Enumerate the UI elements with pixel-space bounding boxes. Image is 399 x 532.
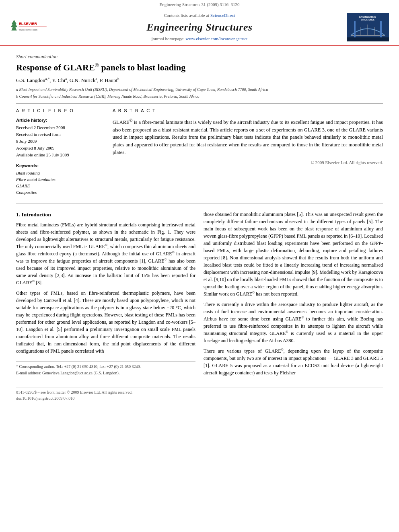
history-label: Article history: (16, 117, 105, 124)
journal-header: ELSEVIER www.elsevier.com Contents lists… (0, 9, 399, 46)
top-bar: Engineering Structures 31 (2009) 3116–31… (0, 0, 399, 9)
svg-text:ELSEVIER: ELSEVIER (19, 22, 37, 26)
journal-title: Engineering Structures (52, 20, 347, 35)
main-article-body: 1. Introduction Fibre-metal laminates (F… (16, 211, 383, 380)
title-sup: © (95, 62, 99, 68)
received-date-1: Received 2 December 2008 (16, 125, 105, 131)
keyword-1: Blast loading (16, 170, 105, 177)
available-online-date: Available online 25 July 2009 (16, 152, 105, 158)
footnote-section: * Corresponding author. Tel.: +27 (0) 21… (16, 361, 195, 376)
svg-text:STRUCTURES: STRUCTURES (361, 18, 375, 21)
intro-section-number: 1. (16, 212, 22, 218)
right-para-1: those obtained for monolithic aluminium … (204, 211, 383, 298)
svg-rect-18 (380, 21, 382, 37)
homepage-link[interactable]: www.elsevier.com/locate/engstruct (186, 36, 248, 41)
footnote-2: E-mail address: Genevieve.Langdon@uct.ac… (16, 370, 195, 376)
keyword-2: Fibre-metal laminates (16, 177, 105, 183)
intro-para-1: Fibre-metal laminates (FMLs) are hybrid … (16, 221, 195, 286)
keywords-section: Keywords: Blast loading Fibre-metal lami… (16, 163, 105, 196)
abstract-column: A B S T R A C T GLARE© is a fibre-metal … (113, 108, 383, 196)
section-divider-2 (16, 203, 383, 203)
right-para-2: There is currently a drive within the ae… (204, 301, 383, 344)
engineering-structures-cover: ENGINEERING STRUCTURES (347, 13, 389, 41)
section-divider (16, 103, 383, 104)
copyright-line: © 2009 Elsevier Ltd. All rights reserved… (113, 160, 383, 166)
footer-text-1: 0141-0296/$ – see front matter © 2009 El… (16, 390, 383, 396)
contents-available-line: Contents lists available at ScienceDirec… (52, 12, 347, 19)
left-main-column: 1. Introduction Fibre-metal laminates (F… (16, 211, 195, 380)
article-info-heading: A R T I C L E I N F O (16, 108, 105, 114)
svg-text:ENGINEERING: ENGINEERING (359, 16, 376, 18)
received-revised-label: Received in revised form (16, 131, 105, 138)
footer-bar: 0141-0296/$ – see front matter © 2009 El… (16, 388, 383, 401)
accepted-date: Accepted 8 July 2009 (16, 145, 105, 152)
footer-text-2: doi:10.1016/j.engstruct.2009.07.010 (16, 396, 383, 402)
footnote-1: * Corresponding author. Tel.: +27 (0) 21… (16, 364, 195, 370)
intro-para-2: Other types of FMLs, based on fibre-rein… (16, 290, 195, 355)
intro-section-title: 1. Introduction (16, 211, 195, 219)
keyword-3: GLARE (16, 183, 105, 189)
journal-citation: Engineering Structures 31 (2009) 3116–31… (160, 2, 240, 7)
keywords-label: Keywords: (16, 163, 105, 169)
info-abstract-section: A R T I C L E I N F O Article history: R… (16, 108, 383, 196)
journal-title-area: Contents lists available at ScienceDirec… (52, 12, 347, 42)
content-wrapper: Short communication Response of GLARE© p… (0, 46, 399, 384)
journal-cover-area: ENGINEERING STRUCTURES (347, 13, 391, 41)
article-title: Response of GLARE© panels to blast loadi… (16, 62, 383, 73)
abstract-text: GLARE© is a fibre-metal laminate that is… (113, 117, 383, 156)
sciencedirect-link[interactable]: ScienceDirect (210, 13, 235, 18)
authors-line: G.S. Langdona,*, Y. Chia, G.N. Nuricka, … (16, 76, 383, 84)
intro-section-label: Introduction (22, 212, 51, 218)
right-main-column: those obtained for monolithic aluminium … (204, 211, 383, 380)
elsevier-logo-svg: ELSEVIER www.elsevier.com (8, 17, 48, 35)
received-revised-date: 8 July 2009 (16, 138, 105, 145)
svg-rect-16 (347, 37, 389, 41)
right-para-3: There are various types of GLARE©, depen… (204, 347, 383, 376)
svg-text:www.elsevier.com: www.elsevier.com (19, 29, 37, 31)
affiliation-a: a Blast Impact and Survivability Researc… (16, 86, 383, 92)
cover-svg: ENGINEERING STRUCTURES (347, 13, 389, 41)
keyword-4: Composites (16, 189, 105, 196)
affiliation-b: b Council for Scientific and Industrial … (16, 93, 383, 99)
abstract-heading: A B S T R A C T (113, 108, 383, 114)
svg-rect-17 (354, 21, 356, 37)
affiliations: a Blast Impact and Survivability Researc… (16, 86, 383, 99)
homepage-line: journal homepage: www.elsevier.com/locat… (52, 36, 347, 42)
article-info-column: A R T I C L E I N F O Article history: R… (16, 108, 105, 196)
title-main: Response of GLARE© panels to blast loadi… (16, 62, 185, 72)
article-type: Short communication (16, 53, 383, 60)
elsevier-logo-area: ELSEVIER www.elsevier.com (8, 17, 52, 37)
